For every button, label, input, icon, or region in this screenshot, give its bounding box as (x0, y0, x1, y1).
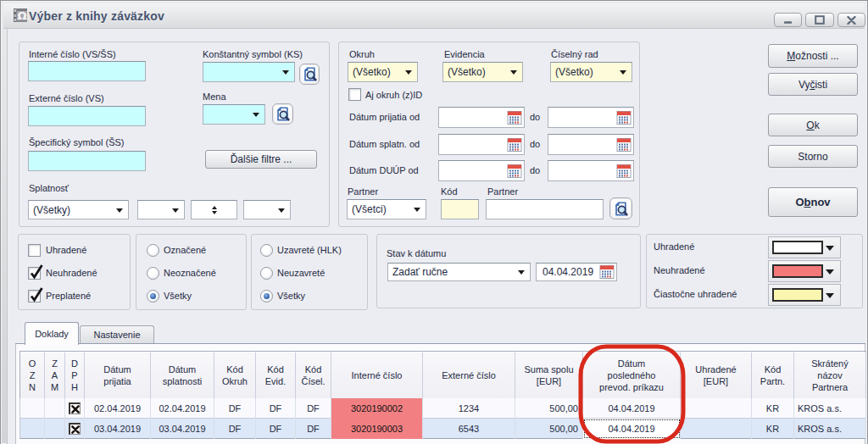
calendar-icon[interactable] (507, 164, 522, 178)
column-header[interactable]: KódOkruh (214, 352, 256, 398)
mena-lookup-button[interactable] (272, 103, 293, 125)
calendar-icon[interactable] (507, 137, 522, 152)
table-cell[interactable]: 1234 (423, 398, 515, 419)
column-header[interactable]: ZAM (45, 352, 65, 398)
calendar-icon[interactable] (507, 110, 522, 125)
splatnost-select-3[interactable] (243, 200, 291, 219)
table-cell[interactable]: DF (296, 419, 331, 439)
table-cell[interactable]: 3020190003 (331, 419, 423, 439)
tab-nastavenie[interactable]: Nastavenie (80, 325, 154, 343)
legend-color-select[interactable] (768, 260, 841, 282)
calendar-icon[interactable] (616, 164, 632, 178)
storno-button[interactable]: Storno (768, 145, 858, 168)
table-cell[interactable]: KR (752, 419, 794, 439)
table-cell[interactable] (20, 419, 45, 439)
table-cell[interactable]: 500,00 (515, 398, 583, 419)
table-cell[interactable]: KR (752, 398, 794, 419)
kod-input[interactable] (441, 199, 479, 219)
column-header[interactable]: Dátumprijatia (85, 352, 151, 398)
datum-splatn-do-input[interactable] (548, 134, 634, 155)
column-header[interactable]: SkrátenýnázovPartnera (794, 352, 866, 398)
column-header[interactable]: KódČísel. (296, 352, 331, 398)
uhradene-checkbox[interactable] (28, 244, 41, 257)
calendar-icon[interactable] (616, 137, 632, 152)
column-header[interactable]: Interné číslo (331, 352, 423, 398)
table-cell[interactable]: KROS a.s. (794, 419, 866, 439)
neoznacene-radio[interactable] (147, 267, 159, 280)
table-row[interactable]: 02.04.201902.04.2019DFDFDF30201900021234… (19, 398, 866, 419)
table-cell[interactable]: 02.04.2019 (85, 398, 151, 419)
datum-prijatia-od-input[interactable] (438, 107, 525, 128)
neuhradene-checkbox[interactable] (28, 267, 41, 280)
maximize-button[interactable] (805, 13, 834, 27)
table-row[interactable]: 03.04.201903.04.2019DFDFDF30201900036543… (19, 419, 866, 439)
specificky-symbol-input[interactable] (28, 151, 146, 171)
spin-down-icon[interactable] (212, 211, 217, 214)
column-header[interactable]: Externé číslo (423, 352, 515, 398)
table-cell[interactable]: 04.04.2019 (583, 398, 681, 419)
interne-cislo-input[interactable] (28, 61, 146, 81)
datum-duup-do-input[interactable] (548, 160, 634, 181)
table-cell[interactable] (20, 398, 45, 419)
moznosti-button[interactable]: Možnosti ... (768, 44, 858, 68)
legend-color-select[interactable] (768, 284, 841, 306)
column-header[interactable]: Uhradené[EUR] (681, 352, 752, 398)
column-header[interactable]: DPH (65, 352, 85, 398)
oznacene-radio[interactable] (147, 244, 159, 257)
legend-color-select[interactable] (768, 236, 841, 258)
spin-up-icon[interactable] (212, 206, 217, 209)
vsetky-radio-1[interactable] (147, 290, 159, 302)
column-header[interactable]: Suma spolu[EUR] (515, 352, 583, 398)
column-header[interactable]: Dátumsplatnosti (151, 352, 214, 398)
table-cell[interactable]: 3020190002 (331, 398, 423, 419)
neuzavrete-radio[interactable] (260, 267, 273, 280)
table-cell[interactable]: KROS a.s. (794, 398, 866, 419)
dph-checkbox[interactable] (69, 423, 81, 435)
stav-date-input[interactable]: 04.04.2019 (536, 263, 617, 281)
uzavrete-radio[interactable] (260, 244, 273, 257)
table-cell[interactable]: DF (256, 419, 296, 439)
splatnost-stepper[interactable] (191, 200, 237, 219)
column-header[interactable]: OZN (20, 352, 45, 398)
okruh-select[interactable]: (Všetko) (348, 62, 418, 82)
datum-prijatia-do-input[interactable] (548, 107, 634, 128)
tab-doklady[interactable]: Doklady (25, 322, 79, 345)
close-button[interactable] (837, 13, 865, 27)
table-cell[interactable] (65, 398, 85, 419)
dalsie-filtre-button[interactable]: Ďalšie filtre ... (205, 150, 317, 169)
obnov-button[interactable]: Obnov (768, 187, 858, 217)
splatnost-select-2[interactable] (137, 200, 185, 219)
partner-select[interactable]: (Všetci) (347, 199, 426, 219)
table-cell[interactable] (65, 419, 85, 439)
table-cell[interactable]: DF (296, 398, 331, 419)
preplatene-checkbox[interactable] (28, 290, 41, 302)
table-cell[interactable]: 500,00 (515, 419, 583, 439)
table-cell[interactable] (681, 419, 752, 439)
datum-duup-od-input[interactable] (438, 160, 525, 181)
vycisti-button[interactable]: Vyčisti (768, 73, 858, 96)
calendar-icon[interactable] (599, 265, 615, 280)
aj-okruh-checkbox[interactable] (348, 88, 361, 101)
dph-checkbox[interactable] (69, 402, 81, 414)
ks-lookup-button[interactable] (299, 64, 320, 85)
table-cell[interactable]: 04.04.2019 (583, 419, 681, 439)
stav-select[interactable]: Zadať ručne (387, 263, 531, 281)
vsetky-radio-2[interactable] (260, 290, 273, 302)
externe-cislo-input[interactable] (28, 106, 146, 126)
column-header[interactable]: KódEvid. (256, 352, 296, 398)
table-cell[interactable]: 6543 (423, 419, 515, 439)
calendar-icon[interactable] (616, 110, 632, 125)
table-cell[interactable]: DF (214, 398, 256, 419)
table-cell[interactable]: 03.04.2019 (85, 419, 151, 439)
mena-select[interactable] (203, 104, 265, 125)
column-header[interactable]: Dátumposlednéhoprevod. príkazu (583, 352, 681, 398)
ok-button[interactable]: Ok (768, 114, 858, 136)
table-cell[interactable] (45, 398, 65, 419)
table-cell[interactable] (45, 419, 65, 439)
partner-input[interactable] (486, 199, 604, 219)
evidencia-select[interactable]: (Všetko) (442, 62, 523, 82)
datum-splatn-od-input[interactable] (438, 134, 525, 155)
table-cell[interactable]: 02.04.2019 (151, 398, 214, 419)
partner-lookup-button[interactable] (609, 197, 632, 219)
table-cell[interactable] (681, 398, 752, 419)
